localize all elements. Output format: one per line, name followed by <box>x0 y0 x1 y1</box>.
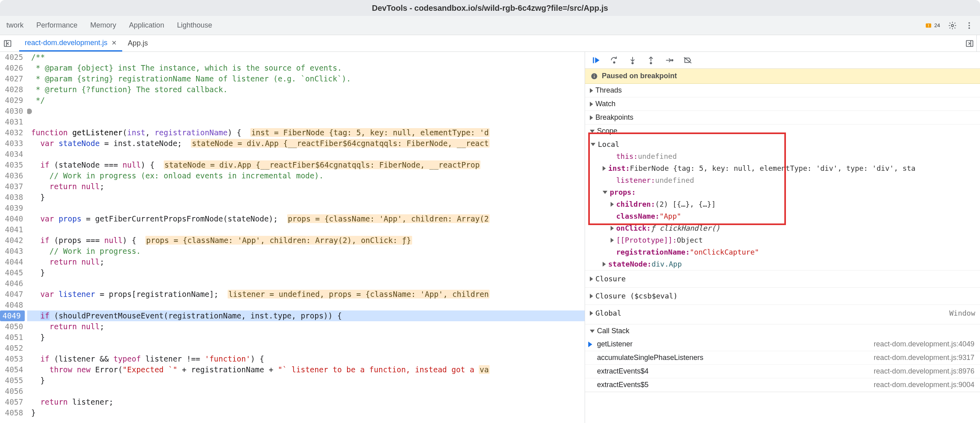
code-line[interactable] <box>27 300 585 310</box>
line-number[interactable]: 4036 <box>0 170 23 181</box>
line-number[interactable]: 4047 <box>0 289 23 300</box>
line-number[interactable]: 4057 <box>0 397 23 407</box>
line-number[interactable]: 4028 <box>0 84 23 95</box>
scope-closure-row[interactable]: Closure <box>585 270 980 287</box>
line-number[interactable]: 4031 <box>0 117 23 127</box>
scope-variable-row[interactable]: onClick: ƒ clickHandler() <box>585 222 980 234</box>
code-line[interactable]: throw new Error("Expected `" + registrat… <box>27 364 585 375</box>
code-line[interactable]: return listener; <box>27 397 585 407</box>
code-line[interactable]: * @return {?function} The stored callbac… <box>27 84 585 95</box>
code-line[interactable]: if (stateNode === null) { stateNode = di… <box>27 160 585 170</box>
code-line[interactable]: var stateNode = inst.stateNode; stateNod… <box>27 138 585 149</box>
line-number[interactable]: 4040 <box>0 213 23 224</box>
toolbar-tab[interactable]: Memory <box>90 21 116 30</box>
line-number[interactable]: 4055 <box>0 375 23 386</box>
step-out-icon[interactable] <box>647 56 655 65</box>
line-number[interactable]: 4048 <box>0 300 23 310</box>
code-line[interactable]: /** <box>27 52 585 63</box>
line-number[interactable]: 4029 <box>0 95 23 106</box>
scope-closure-row[interactable]: GlobalWindow <box>585 304 980 322</box>
line-number[interactable]: 4053 <box>0 354 23 364</box>
scope-header[interactable]: Scope <box>585 125 980 138</box>
line-number[interactable]: 4049 <box>0 310 25 321</box>
callstack-frame[interactable]: getListenerreact-dom.development.js:4049 <box>585 338 980 351</box>
code-line[interactable]: return null; <box>27 321 585 332</box>
toolbar-tab[interactable]: Performance <box>36 21 77 30</box>
line-number[interactable]: 4045 <box>0 267 23 278</box>
code-line[interactable]: return null; <box>27 257 585 267</box>
scope-variable-row[interactable]: props: <box>585 186 980 198</box>
line-number[interactable]: 4050 <box>0 321 23 332</box>
code-line[interactable]: function getListener(inst, registrationN… <box>27 127 585 138</box>
toolbar-tab[interactable]: twork <box>6 21 24 30</box>
code-line[interactable]: * @param {string} registrationName Name … <box>27 73 585 84</box>
line-number[interactable]: 4051 <box>0 332 23 343</box>
show-navigator-icon[interactable] <box>3 39 12 48</box>
scope-local-header[interactable]: Local <box>585 138 980 150</box>
code-line[interactable] <box>27 106 585 117</box>
line-number[interactable]: 4033 <box>0 138 23 149</box>
line-number[interactable]: 4034 <box>0 149 23 160</box>
code-line[interactable] <box>27 224 585 235</box>
file-tab[interactable]: react-dom.development.js✕ <box>19 35 122 51</box>
code-line[interactable]: * @param {object} inst The instance, whi… <box>27 63 585 73</box>
callstack-frame[interactable]: extractEvents$4react-dom.development.js:… <box>585 365 980 378</box>
section-header[interactable]: Threads <box>585 84 980 97</box>
line-number[interactable]: 4041 <box>0 224 23 235</box>
file-tab[interactable]: App.js <box>122 35 153 51</box>
line-number[interactable]: 4035 <box>0 160 23 170</box>
source-code-pane[interactable]: 4025402640274028402940304031403240334034… <box>0 52 585 423</box>
line-number[interactable]: 4037 <box>0 181 23 192</box>
code-line[interactable] <box>27 203 585 213</box>
scope-variable-row[interactable]: className: "App" <box>585 210 980 222</box>
toggle-debugger-icon[interactable] <box>965 39 974 48</box>
close-icon[interactable]: ✕ <box>111 39 117 47</box>
code-line[interactable]: var props = getFiberCurrentPropsFromNode… <box>27 213 585 224</box>
scope-closure-row[interactable]: Closure ($csb$eval) <box>585 287 980 304</box>
step-into-icon[interactable] <box>628 56 637 65</box>
code-line[interactable]: } <box>27 407 585 418</box>
line-number[interactable]: 4054 <box>0 364 23 375</box>
line-number[interactable]: 4025 <box>0 52 23 63</box>
code-line[interactable]: if (props === null) { props = {className… <box>27 235 585 246</box>
line-number[interactable]: 4058 <box>0 407 23 418</box>
code-line[interactable]: } <box>27 267 585 278</box>
section-header[interactable]: Watch <box>585 97 980 111</box>
line-number[interactable]: 4056 <box>0 386 23 397</box>
code-line[interactable]: } <box>27 192 585 203</box>
code-line[interactable] <box>27 343 585 354</box>
code-line[interactable] <box>27 117 585 127</box>
line-number[interactable]: 4044 <box>0 257 23 267</box>
line-number[interactable]: 4030 <box>0 106 23 117</box>
toolbar-tab[interactable]: Lighthouse <box>177 21 212 30</box>
resume-icon[interactable] <box>591 56 600 65</box>
scope-variable-row[interactable]: inst: FiberNode {tag: 5, key: null, elem… <box>585 162 980 174</box>
step-over-icon[interactable] <box>610 56 619 65</box>
code-line[interactable]: // Work in progress (ex: onload events i… <box>27 170 585 181</box>
line-number[interactable]: 4032 <box>0 127 23 138</box>
line-number[interactable]: 4039 <box>0 203 23 213</box>
line-number[interactable]: 4042 <box>0 235 23 246</box>
code-line[interactable]: if (shouldPreventMouseEvent(registration… <box>27 310 585 321</box>
code-line[interactable]: } <box>27 332 585 343</box>
line-number[interactable]: 4038 <box>0 192 23 203</box>
scope-variable-row[interactable]: this: undefined <box>585 150 980 162</box>
section-header[interactable]: Breakpoints <box>585 111 980 124</box>
code-line[interactable]: return null; <box>27 181 585 192</box>
code-line[interactable]: var listener = props[registrationName]; … <box>27 289 585 300</box>
scope-variable-row[interactable]: registrationName: "onClickCapture" <box>585 246 980 258</box>
code-line[interactable] <box>27 278 585 289</box>
code-line[interactable]: // Work in progress. <box>27 246 585 257</box>
warnings-indicator[interactable]: 24 <box>925 22 940 29</box>
toolbar-tab[interactable]: Application <box>129 21 164 30</box>
code-line[interactable] <box>27 386 585 397</box>
code-line[interactable]: */ <box>27 95 585 106</box>
code-line[interactable] <box>27 149 585 160</box>
scope-variable-row[interactable]: [[Prototype]]: Object <box>585 234 980 246</box>
callstack-frame[interactable]: accumulateSinglePhaseListenersreact-dom.… <box>585 351 980 365</box>
gear-icon[interactable] <box>948 21 957 30</box>
line-number[interactable]: 4027 <box>0 73 23 84</box>
code-line[interactable]: } <box>27 375 585 386</box>
scope-variable-row[interactable]: stateNode: div.App <box>585 258 980 270</box>
kebab-icon[interactable] <box>965 21 974 30</box>
